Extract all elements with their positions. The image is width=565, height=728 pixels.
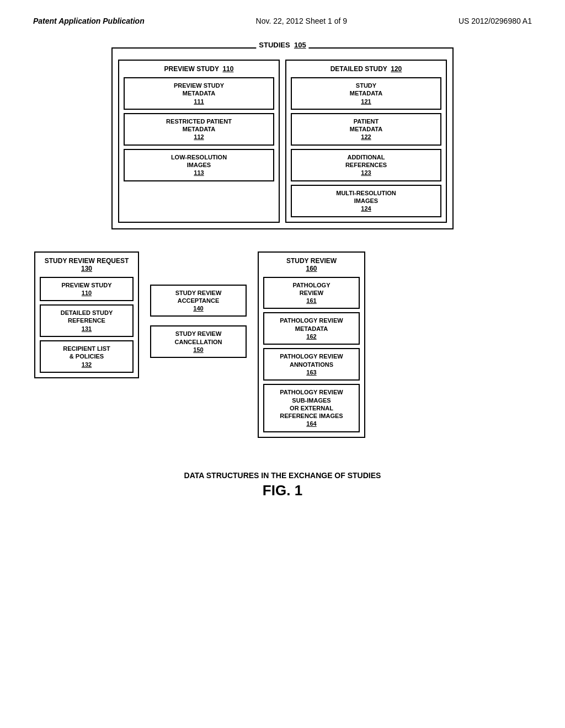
- pathology-review-metadata-box: PATHOLOGY REVIEWMETADATA162: [263, 312, 360, 345]
- recipient-list-policies-box: RECIPIENT LIST& POLICIES132: [40, 340, 134, 373]
- low-resolution-images-box: LOW-RESOLUTIONIMAGES113: [124, 149, 274, 181]
- bottom-diagram: STUDY REVIEW REQUEST130 PREVIEW STUDY110…: [34, 251, 531, 438]
- patient-metadata-box: PATIENTMETADATA122: [291, 113, 441, 146]
- restricted-patient-metadata-box: RESTRICTED PATIENTMETADATA112: [124, 113, 274, 146]
- pathology-review-subimages-box: PATHOLOGY REVIEWSUB-IMAGESOR EXTERNALREF…: [263, 384, 360, 432]
- study-review-acceptance-box: STUDY REVIEWACCEPTANCE140: [150, 285, 247, 317]
- multi-resolution-images-box: MULTI-RESOLUTIONIMAGES124: [291, 185, 441, 217]
- study-review-box: STUDY REVIEW160 PATHOLOGYREVIEW161 PATHO…: [258, 251, 365, 438]
- page: Patent Application Publication Nov. 22, …: [0, 0, 565, 516]
- study-review-request-box: STUDY REVIEW REQUEST130 PREVIEW STUDY110…: [34, 251, 139, 378]
- studies-title: STUDIES 105: [256, 41, 308, 49]
- pathology-review-box: PATHOLOGYREVIEW161: [263, 277, 360, 309]
- additional-references-box: ADDITIONALREFERENCES123: [291, 149, 441, 181]
- header-right: US 2012/0296980 A1: [459, 17, 532, 25]
- study-metadata-box: STUDYMETADATA121: [291, 77, 441, 110]
- preview-study-metadata-box: PREVIEW STUDYMETADATA111: [124, 77, 274, 110]
- detailed-study-reference-box: DETAILED STUDYREFERENCE131: [40, 304, 134, 337]
- pathology-review-annotations-box: PATHOLOGY REVIEWANNOTATIONS163: [263, 348, 360, 381]
- caption-line1: DATA STRUCTURES IN THE EXCHANGE OF STUDI…: [184, 471, 381, 480]
- preview-study-box: PREVIEW STUDY 110 PREVIEW STUDYMETADATA1…: [118, 60, 280, 223]
- diagram-area: STUDIES 105 PREVIEW STUDY 110 PREVIEW ST…: [33, 47, 532, 499]
- srr-preview-study-box: PREVIEW STUDY110: [40, 277, 134, 302]
- detailed-study-box: DETAILED STUDY 120 STUDYMETADATA121 PATI…: [285, 60, 447, 223]
- sr-title: STUDY REVIEW160: [263, 257, 360, 272]
- studies-container: STUDIES 105 PREVIEW STUDY 110 PREVIEW ST…: [111, 47, 454, 229]
- studies-inner: PREVIEW STUDY 110 PREVIEW STUDYMETADATA1…: [118, 60, 447, 223]
- srr-title: STUDY REVIEW REQUEST130: [40, 257, 134, 272]
- caption-area: DATA STRUCTURES IN THE EXCHANGE OF STUDI…: [184, 471, 381, 499]
- header-left: Patent Application Publication: [33, 17, 145, 25]
- study-review-cancellation-box: STUDY REVIEWCANCELLATION150: [150, 325, 247, 358]
- page-header: Patent Application Publication Nov. 22, …: [33, 17, 532, 25]
- middle-column: STUDY REVIEWACCEPTANCE140 STUDY REVIEWCA…: [150, 285, 247, 358]
- caption-line2: FIG. 1: [184, 482, 381, 499]
- header-center: Nov. 22, 2012 Sheet 1 of 9: [256, 17, 348, 25]
- detailed-study-title: DETAILED STUDY 120: [291, 65, 441, 73]
- preview-study-title: PREVIEW STUDY 110: [124, 65, 274, 73]
